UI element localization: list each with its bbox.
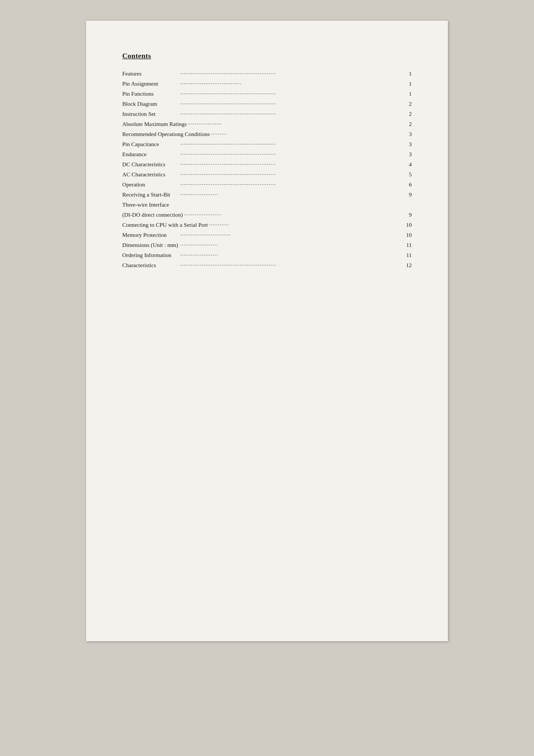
toc-entry-label: Instruction Set <box>122 110 179 118</box>
toc-row: Characteristics·························… <box>122 261 412 269</box>
toc-row: Memory Protection·······················… <box>122 230 412 239</box>
toc-row: Receiving a Start-Bit···················… <box>122 190 412 199</box>
toc-row: Ordering Information····················… <box>122 251 412 259</box>
toc-entry-label: Receiving a Start-Bit <box>122 190 179 199</box>
toc-entry-page: 10 <box>404 221 412 229</box>
toc-row: Connecting to CPU with a Serial Port····… <box>122 221 412 229</box>
document-page: Contents Features·······················… <box>86 21 448 641</box>
toc-entry-page: 4 <box>404 160 412 169</box>
toc-entry-page: 2 <box>404 120 412 128</box>
toc-entry-page: 11 <box>404 241 412 249</box>
toc-entry-label: Pin Functions <box>122 90 179 98</box>
contents-heading: Contents <box>122 52 412 60</box>
toc-entry-label: Pin Assignment <box>122 79 179 88</box>
toc-entry-label: DC Characteristics <box>122 160 179 169</box>
toc-row: DC Characteristics······················… <box>122 160 412 169</box>
toc-row: Recommended Operationg Conditions·······… <box>122 130 412 138</box>
toc-entry-dots: ····················· <box>179 241 404 249</box>
toc-row: Instruction Set·························… <box>122 110 412 118</box>
toc-row: Pin Functions···························… <box>122 90 412 98</box>
toc-entry-dots: ··················· <box>187 120 404 128</box>
toc-entry-label: Characteristics <box>122 261 179 269</box>
toc-entry-label: Memory Protection <box>122 230 179 239</box>
toc-entry-page: 1 <box>404 69 412 78</box>
toc-entry-label: Three-wire Interface <box>122 201 179 209</box>
toc-row: Operation·······························… <box>122 180 412 189</box>
toc-entry-label: Dimensions (Unit : mm) <box>122 241 179 249</box>
toc-entry-page: 9 <box>404 210 412 219</box>
toc-entry-page: 12 <box>404 261 412 269</box>
toc-entry-label: Recommended Operationg Conditions <box>122 130 210 138</box>
toc-entry-page: 9 <box>404 190 412 199</box>
toc-entry-dots: ········································… <box>179 90 404 98</box>
toc-entry-label: Endurance <box>122 150 179 158</box>
toc-entry-dots: ····················· <box>179 191 404 199</box>
toc-entry-dots: ········································… <box>179 150 404 158</box>
toc-entry-dots: ········································… <box>179 100 404 108</box>
toc-entry-page: 1 <box>404 90 412 98</box>
toc-entry-dots: ········· <box>210 130 404 138</box>
toc-row: Features································… <box>122 69 412 78</box>
toc-row: Pin Assignment··························… <box>122 79 412 88</box>
toc-entry-label: (DI-DO direct connection) <box>122 210 183 219</box>
toc-entry-label: Features <box>122 69 179 78</box>
toc-entry-dots: ········································… <box>179 181 404 188</box>
toc-entry-dots: ········································… <box>179 261 404 269</box>
toc-container: Features································… <box>122 69 412 269</box>
toc-entry-page: 6 <box>404 180 412 189</box>
toc-entry-page: 3 <box>404 140 412 148</box>
toc-row: Endurance·······························… <box>122 150 412 158</box>
toc-entry-label: Connecting to CPU with a Serial Port <box>122 221 208 229</box>
toc-entry-dots: ···························· <box>179 231 404 239</box>
toc-entry-label: Ordering Information <box>122 251 179 259</box>
toc-entry-page: 3 <box>404 150 412 158</box>
toc-entry-page: 3 <box>404 130 412 138</box>
toc-entry-page: 10 <box>404 230 412 239</box>
toc-row: Three-wire Interface <box>122 201 412 209</box>
toc-entry-dots: ········································… <box>179 171 404 178</box>
toc-entry-dots: ····················· <box>183 211 404 219</box>
toc-entry-label: Operation <box>122 180 179 189</box>
toc-entry-dots: ········································… <box>179 140 404 148</box>
toc-entry-dots: ····················· <box>179 251 404 259</box>
toc-entry-page: 11 <box>404 251 412 259</box>
toc-entry-page: 2 <box>404 110 412 118</box>
toc-entry-label: AC Characteristics <box>122 170 179 179</box>
toc-entry-page: 5 <box>404 170 412 179</box>
toc-row: (DI-DO direct connection)···············… <box>122 210 412 219</box>
toc-entry-dots: ········································… <box>179 110 404 118</box>
toc-entry-label: Block Diagram <box>122 99 179 108</box>
toc-row: Absolute Maximum Ratings················… <box>122 120 412 128</box>
toc-entry-page: 2 <box>404 99 412 108</box>
toc-entry-label: Absolute Maximum Ratings <box>122 120 187 128</box>
toc-row: Dimensions (Unit : mm)··················… <box>122 241 412 249</box>
toc-entry-dots: ········································… <box>179 161 404 168</box>
toc-entry-dots: ··········· <box>208 221 404 229</box>
toc-row: AC Characteristics······················… <box>122 170 412 179</box>
toc-row: Pin Capacitance·························… <box>122 140 412 148</box>
toc-entry-page: 1 <box>404 79 412 88</box>
toc-row: Block Diagram···························… <box>122 99 412 108</box>
toc-entry-dots: ········································… <box>179 70 404 78</box>
toc-entry-label: Pin Capacitance <box>122 140 179 148</box>
toc-entry-dots: ·································· <box>179 80 404 88</box>
